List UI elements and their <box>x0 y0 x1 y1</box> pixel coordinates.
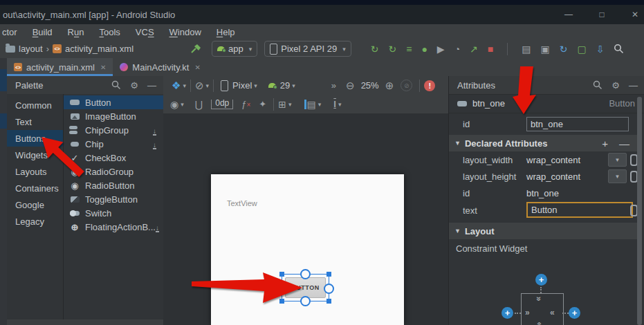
device-file-explorer-icon[interactable]: ▤ <box>522 44 531 54</box>
collapse-triangle-icon[interactable]: ▼ <box>454 140 461 147</box>
minimize-button[interactable]: — <box>561 10 576 19</box>
hide-panel-icon[interactable]: — <box>629 81 638 90</box>
menu-build[interactable]: Build <box>25 27 60 37</box>
device-manager-icon[interactable]: ▢ <box>578 44 587 54</box>
text-value-input[interactable]: Button <box>526 202 633 218</box>
add-constraint-right-button[interactable]: + <box>569 307 580 319</box>
gradle-sync-icon[interactable]: ↻ <box>560 44 568 54</box>
breadcrumb-folder[interactable]: layout <box>19 44 43 54</box>
menu-tools[interactable]: Tools <box>91 27 127 37</box>
design-surface-icon[interactable]: ❖ <box>172 80 181 91</box>
declared-attributes-section[interactable]: ▼ Declared Attributes + — <box>449 135 639 151</box>
wrap-height-chevron-icon[interactable]: » <box>534 297 544 301</box>
close-button[interactable]: ✕ <box>627 10 643 19</box>
canvas-device-label[interactable]: Pixel <box>232 80 252 91</box>
autoconnect-magnet-icon[interactable]: ⋃ <box>195 100 203 109</box>
tool-stripe-selected-segment[interactable] <box>0 69 7 91</box>
resize-handle-se[interactable] <box>326 299 331 304</box>
palette-item-chipgroup[interactable]: ChipGroup ↓ <box>64 123 163 137</box>
maximize-button[interactable]: □ <box>594 10 609 19</box>
dropdown-button[interactable]: ▼ <box>608 169 627 183</box>
remove-attribute-button[interactable]: — <box>619 138 629 149</box>
infer-constraints-wand-icon[interactable]: ✦ <box>259 100 266 109</box>
attribute-row-layout-height[interactable]: layout_height wrap_content ▼ <box>449 168 639 185</box>
attach-debugger-icon[interactable]: ↗ <box>470 44 478 54</box>
view-options-eye-icon[interactable]: ◉ <box>170 100 178 109</box>
menu-help[interactable]: Help <box>209 27 243 37</box>
palette-item-chip[interactable]: Chip ↓ <box>64 137 163 151</box>
zoom-out-icon[interactable]: ⊖ <box>346 80 355 91</box>
stop-icon[interactable]: ■ <box>488 44 493 54</box>
tool-stripe-segment[interactable] <box>0 113 7 129</box>
constraint-anchor-right[interactable] <box>324 284 334 294</box>
palette-item-switch[interactable]: Switch <box>64 206 163 220</box>
button-widget-face[interactable]: BUTTON <box>285 277 326 298</box>
search-icon[interactable] <box>593 80 602 90</box>
menu-vcs[interactable]: VCS <box>128 27 162 37</box>
run-config-selector[interactable]: app ▾ <box>212 41 257 57</box>
palette-item-radiobutton[interactable]: ◉ RadioButton <box>64 178 163 192</box>
resize-handle-ne[interactable] <box>326 272 331 277</box>
device-selector[interactable]: Pixel 2 API 29 ▾ <box>264 41 351 57</box>
guidelines-icon[interactable]: I <box>333 100 336 109</box>
menu-run[interactable]: Run <box>60 27 92 37</box>
breadcrumb-file[interactable]: activity_main.xml <box>65 44 134 54</box>
layout-section[interactable]: ▼ Layout <box>449 223 639 239</box>
download-icon[interactable]: ↓ <box>156 222 159 232</box>
attribute-row-layout-width[interactable]: layout_width wrap_content ▼ <box>449 151 639 168</box>
palette-item-togglebutton[interactable]: ToggleButton <box>64 192 163 206</box>
close-tab-icon[interactable]: ✕ <box>100 64 106 71</box>
add-attribute-button[interactable]: + <box>602 138 608 149</box>
category-legacy[interactable]: Legacy <box>7 213 63 230</box>
download-icon[interactable]: ↓ <box>153 139 156 149</box>
id-input[interactable]: btn_one <box>526 117 629 131</box>
palette-scrollbar[interactable] <box>7 319 163 325</box>
profiler-icon[interactable]: ▶ <box>437 44 445 54</box>
resize-handle-nw[interactable] <box>279 272 284 277</box>
chevron-down-icon[interactable]: ▾ <box>206 82 210 89</box>
apply-code-changes-icon[interactable]: ↻ <box>388 44 396 54</box>
category-google[interactable]: Google <box>7 196 63 213</box>
chevron-down-icon[interactable]: ▾ <box>181 101 184 108</box>
build-hammer-icon[interactable] <box>190 43 202 55</box>
gear-icon[interactable]: ⚙ <box>130 81 138 90</box>
add-constraint-top-button[interactable]: + <box>535 274 547 286</box>
align-icon[interactable]: ▤ <box>304 100 316 109</box>
chevron-down-icon[interactable]: ▾ <box>318 101 322 108</box>
category-common[interactable]: Common <box>7 97 63 113</box>
attribute-row-id[interactable]: id btn_one <box>449 185 639 201</box>
tab-mainactivity-kt[interactable]: MainActivity.kt ✕ <box>113 58 208 76</box>
sdk-manager-icon[interactable]: ⇩ <box>596 44 605 54</box>
textview-widget[interactable]: TextView <box>227 199 257 207</box>
wrap-width-chevron-icon[interactable]: « <box>550 308 555 317</box>
resize-handle-sw[interactable] <box>279 299 284 304</box>
chevron-down-icon[interactable]: ▾ <box>292 82 295 89</box>
constraint-anchor-left[interactable] <box>277 284 287 294</box>
add-constraint-left-button[interactable]: + <box>502 307 513 319</box>
gauge-icon[interactable]: ◔ <box>454 44 460 54</box>
attributes-scrollbar[interactable] <box>637 97 642 325</box>
category-buttons[interactable]: Buttons <box>7 130 63 147</box>
download-icon[interactable]: ↓ <box>153 125 156 136</box>
category-layouts[interactable]: Layouts <box>7 163 63 180</box>
running-devices-icon[interactable]: ▣ <box>541 44 550 54</box>
design-surface[interactable]: TextView BUTTON <box>163 113 448 325</box>
palette-item-floatingactionbutton[interactable]: ⊕ FloatingActionB... ↓ <box>64 220 163 234</box>
clear-constraints-icon[interactable]: ƒ× <box>241 99 250 109</box>
canvas-api-label[interactable]: 29 <box>280 80 290 91</box>
pack-icon[interactable]: ⊞ <box>278 100 286 109</box>
palette-item-radiogroup[interactable]: ◉ RadioGroup <box>64 165 163 178</box>
button-widget[interactable]: BUTTON <box>285 277 326 298</box>
build-lines-icon[interactable]: ≡ <box>406 44 412 54</box>
tab-activity-main-xml[interactable]: <> activity_main.xml ✕ <box>7 58 113 76</box>
hide-panel-icon[interactable]: — <box>147 81 156 90</box>
search-icon[interactable] <box>111 80 121 90</box>
palette-item-button[interactable]: Button <box>64 95 163 109</box>
apply-changes-icon[interactable]: ↻ <box>371 44 379 54</box>
zoom-in-icon[interactable]: ⊕ <box>385 80 394 91</box>
chevron-down-icon[interactable]: ▾ <box>338 101 342 108</box>
collapse-triangle-icon[interactable]: ▼ <box>454 228 461 234</box>
category-widgets[interactable]: Widgets <box>7 147 63 163</box>
wrap-height-chevron-icon[interactable]: » <box>534 322 544 325</box>
zoom-to-fit-icon[interactable]: ⊘ <box>401 80 412 91</box>
